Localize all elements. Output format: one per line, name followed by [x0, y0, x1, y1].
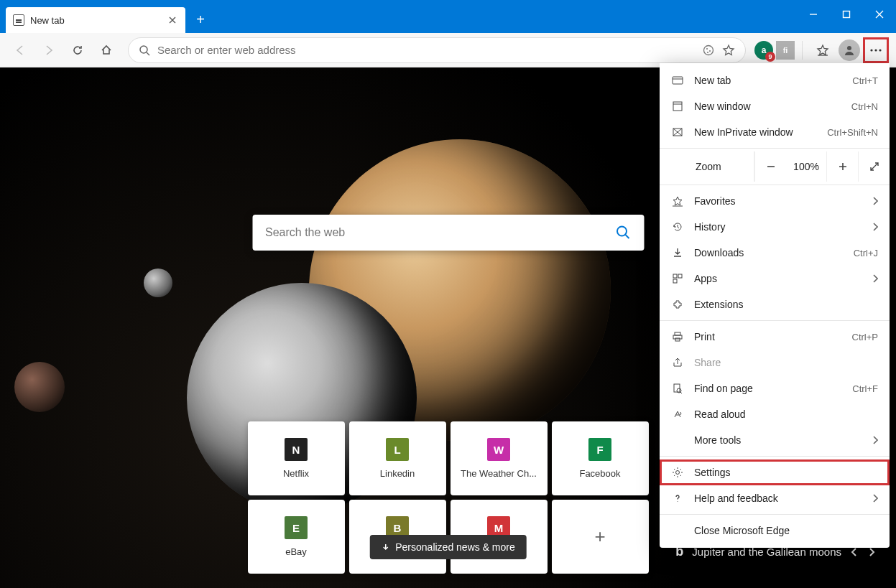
tab-favicon [13, 14, 24, 26]
svg-point-6 [847, 46, 851, 50]
close-window-button[interactable] [863, 0, 896, 29]
favorite-star-icon[interactable] [722, 44, 735, 57]
new-tab-icon [671, 75, 684, 86]
more-options-menu: New tab Ctrl+T New window Ctrl+N New InP… [660, 63, 890, 548]
news-button-label: Personalized news & more [395, 541, 515, 553]
print-icon [671, 331, 684, 342]
svg-point-5 [707, 52, 708, 53]
menu-new-tab[interactable]: New tab Ctrl+T [660, 67, 890, 93]
home-button[interactable] [93, 37, 119, 63]
download-icon [671, 247, 684, 258]
tile-icon: E [285, 516, 308, 539]
gear-icon [671, 467, 684, 478]
menu-read-aloud[interactable]: Read aloud [660, 401, 890, 427]
add-tile-button[interactable]: + [552, 500, 649, 574]
new-tab-button[interactable]: + [190, 9, 211, 30]
quick-link-tile[interactable]: WThe Weather Ch... [451, 421, 548, 495]
tile-icon: L [386, 438, 409, 461]
svg-rect-0 [844, 11, 850, 18]
menu-close-edge[interactable]: Close Microsoft Edge [660, 518, 890, 543]
tile-label: The Weather Ch... [461, 468, 537, 479]
tile-label: Netflix [283, 468, 309, 479]
profile-button[interactable] [839, 39, 860, 61]
svg-point-7 [870, 49, 872, 51]
zoom-in-button[interactable] [826, 151, 858, 182]
personalized-news-button[interactable]: Personalized news & more [369, 535, 527, 559]
menu-favorites[interactable]: Favorites [660, 188, 890, 214]
zoom-out-button[interactable] [754, 151, 786, 182]
search-icon[interactable] [615, 225, 631, 241]
tab-title: New tab [30, 15, 161, 26]
menu-help[interactable]: Help and feedback [660, 485, 890, 511]
extension-avast-icon[interactable]: a9 [754, 41, 773, 60]
menu-downloads[interactable]: Downloads Ctrl+J [660, 240, 890, 266]
apps-icon [671, 273, 684, 284]
menu-print[interactable]: Print Ctrl+P [660, 324, 890, 350]
menu-more-tools[interactable]: More tools [660, 427, 890, 453]
chevron-right-icon [872, 223, 878, 231]
close-tab-button[interactable] [167, 14, 178, 26]
tile-label: eBay [285, 546, 307, 557]
caption-prev-button[interactable] [850, 547, 859, 557]
tile-label: Linkedin [380, 468, 415, 479]
svg-point-10 [617, 227, 627, 236]
quick-link-tile[interactable]: NNetflix [248, 421, 345, 495]
menu-settings[interactable]: Settings [660, 459, 890, 485]
chevron-right-icon [872, 197, 878, 205]
extension-badge-count: 9 [765, 52, 775, 62]
quick-link-tile[interactable]: EeBay [248, 500, 345, 574]
center-search-input[interactable] [265, 226, 615, 239]
caption-next-button[interactable] [867, 547, 876, 557]
address-bar[interactable] [128, 37, 746, 63]
svg-point-1 [140, 46, 147, 53]
forward-button[interactable] [36, 37, 62, 63]
browser-tab[interactable]: New tab [6, 7, 185, 33]
tab-strip: New tab + [0, 0, 211, 33]
extension-fi-icon[interactable]: fi [776, 41, 795, 60]
tile-icon: N [285, 438, 308, 461]
menu-new-window[interactable]: New window Ctrl+N [660, 93, 890, 119]
svg-rect-17 [675, 332, 680, 335]
menu-new-inprivate[interactable]: New InPrivate window Ctrl+Shift+N [660, 119, 890, 145]
chevron-right-icon [872, 274, 878, 283]
search-icon [139, 45, 150, 56]
maximize-button[interactable] [830, 0, 863, 29]
center-search-box[interactable] [252, 215, 644, 251]
minimize-button[interactable] [797, 0, 830, 29]
window-controls [797, 0, 896, 29]
menu-history[interactable]: History [660, 214, 890, 240]
menu-find-on-page[interactable]: Find on page Ctrl+F [660, 375, 890, 401]
refresh-button[interactable] [65, 37, 91, 63]
more-options-button[interactable] [863, 37, 889, 63]
svg-rect-14 [673, 274, 677, 278]
svg-rect-12 [673, 102, 682, 111]
separator [802, 41, 803, 60]
find-icon [671, 383, 684, 394]
address-input[interactable] [157, 44, 695, 56]
quick-link-tile[interactable]: LLinkedin [349, 421, 446, 495]
inprivate-icon [671, 126, 684, 138]
quick-link-tile[interactable]: FFacebook [552, 421, 649, 495]
tile-label: Facebook [579, 468, 620, 479]
chevron-down-icon [381, 543, 389, 551]
tile-icon: F [588, 438, 611, 461]
tile-icon: W [487, 438, 510, 461]
svg-point-3 [706, 48, 708, 50]
fullscreen-button[interactable] [858, 151, 890, 182]
menu-extensions[interactable]: Extensions [660, 291, 890, 317]
history-icon [671, 221, 684, 233]
menu-apps[interactable]: Apps [660, 266, 890, 291]
help-icon [671, 493, 684, 504]
zoom-label: Zoom [660, 161, 754, 172]
window-icon [671, 101, 684, 112]
svg-point-4 [709, 50, 711, 52]
chevron-right-icon [872, 436, 878, 444]
menu-share[interactable]: Share [660, 350, 890, 375]
svg-rect-16 [673, 279, 677, 283]
svg-point-22 [676, 471, 680, 475]
favorites-bar-button[interactable] [810, 37, 836, 63]
small-moon-decor [144, 269, 172, 297]
back-button[interactable] [7, 37, 33, 63]
cookie-icon[interactable] [702, 44, 715, 57]
browser-toolbar: a9 fi [0, 33, 896, 67]
